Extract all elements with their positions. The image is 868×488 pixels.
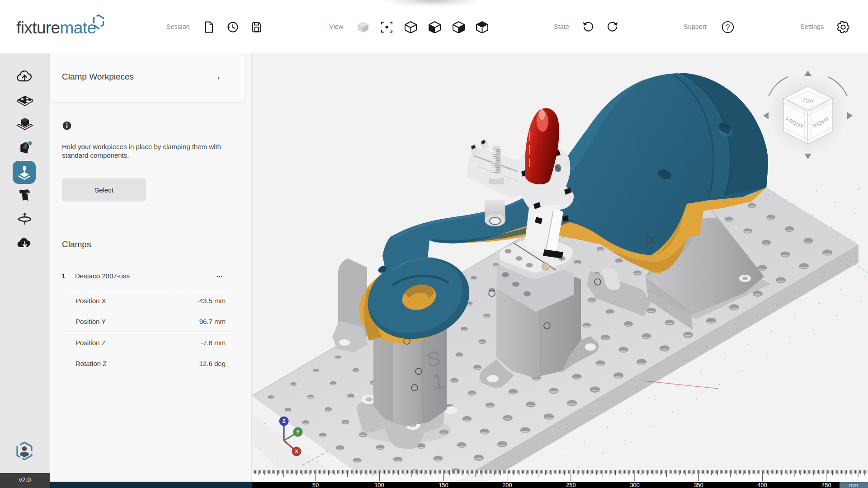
svg-text:X: X [295, 449, 298, 454]
svg-text:200: 200 [502, 482, 512, 488]
svg-text:350: 350 [693, 482, 703, 488]
svg-text:mm: mm [849, 482, 858, 488]
svg-text:300: 300 [630, 482, 640, 488]
svg-text:400: 400 [757, 482, 767, 488]
svg-text:?: ? [726, 23, 730, 31]
svg-text:100: 100 [374, 482, 384, 488]
svg-text:150: 150 [439, 482, 448, 488]
svg-text:50: 50 [312, 482, 319, 488]
svg-text:S: S [425, 347, 442, 371]
svg-text:250: 250 [566, 482, 576, 488]
svg-text:450: 450 [821, 482, 831, 488]
svg-text:Z: Z [283, 418, 286, 424]
svg-text:Y: Y [296, 429, 300, 435]
